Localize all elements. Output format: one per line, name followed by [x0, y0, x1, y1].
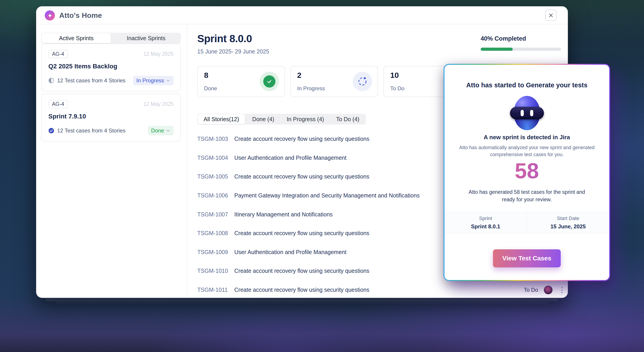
start-date-label: Start Date: [557, 215, 579, 221]
stat-value: 2: [297, 71, 302, 80]
done-check-icon: [260, 72, 279, 91]
story-title: Create account recovery flow using secur…: [234, 287, 524, 293]
stat-label: In Progress: [297, 85, 325, 92]
chevron-down-icon: [166, 128, 170, 133]
count-description: Atto has generated 58 test cases for the…: [464, 188, 590, 203]
assignee-avatar[interactable]: [544, 286, 552, 294]
sprint-card-title: Q2 2025 Items Backlog: [48, 63, 174, 70]
stat-card-in-progress: 2 In Progress: [290, 66, 378, 97]
story-id: TSGM-1008: [197, 230, 234, 236]
tab-done-stories[interactable]: Done (4): [246, 114, 281, 125]
story-row[interactable]: TSGM-1011 Create account recovery flow u…: [197, 280, 568, 298]
stat-value: 8: [204, 71, 208, 80]
atto-robot-mascot: [510, 96, 544, 130]
story-id: TSGM-1003: [197, 136, 234, 142]
sprint-date: 12 May 2025: [144, 101, 174, 107]
story-id: TSGM-1005: [197, 173, 234, 180]
screenshot-root: Atto's Home Active Sprints Inactive Spri…: [0, 0, 644, 352]
chevron-down-icon: [166, 78, 170, 83]
sprint-card-title: Sprint 7.9.10: [48, 113, 174, 120]
sprint-key-badge: AG-4: [48, 50, 68, 58]
modal-description: Atto has automatically analyzed your new…: [457, 144, 596, 158]
start-date-col: Start Date 15 June, 2025: [527, 212, 609, 233]
pie-chart-icon: [48, 78, 54, 83]
modal-body: Atto has started to Generate your tests …: [444, 65, 609, 280]
story-filter-tabs: All Stories(12) Done (4) In Progress (4)…: [197, 114, 366, 125]
refresh-icon: [353, 72, 372, 91]
tab-all-stories[interactable]: All Stories(12): [198, 114, 245, 124]
sprint-title: Sprint 8.0.0: [197, 32, 252, 45]
stat-value: 10: [390, 71, 399, 80]
progress-bar: [481, 48, 561, 51]
story-id: TSGM-1007: [197, 211, 234, 218]
sprint-progress: 40% Completed: [481, 35, 561, 51]
more-options-icon[interactable]: ⋮: [558, 286, 566, 294]
sidebar-divider: [187, 24, 187, 298]
story-id: TSGM-1010: [197, 268, 234, 274]
generated-test-count: 58: [444, 160, 609, 182]
modal-title: Atto has started to Generate your tests: [444, 81, 609, 89]
status-dropdown-done[interactable]: Done: [148, 126, 174, 135]
tab-active-sprints[interactable]: Active Sprints: [42, 33, 111, 43]
progress-bar-fill: [481, 48, 513, 51]
tab-inactive-sprints[interactable]: Inactive Sprints: [112, 33, 181, 43]
modal-subtitle: A new sprint is detected in Jira: [444, 134, 609, 141]
status-label: Done: [151, 128, 164, 134]
story-status: To Do: [524, 287, 538, 293]
check-circle-icon: [48, 128, 54, 134]
stacked-sheet-front: [46, 298, 558, 301]
robot-visor: [510, 107, 544, 119]
status-dropdown-in-progress[interactable]: In Progress: [133, 76, 174, 85]
sprint-date: 12 May 2025: [144, 51, 174, 57]
sprint-info-box: Sprint Sprint 8.0.1 Start Date 15 June, …: [444, 212, 609, 233]
sprint-value: Sprint 8.0.1: [471, 223, 500, 230]
story-id: TSGM-1006: [197, 192, 234, 199]
story-row-controls: To Do ⋮: [524, 286, 568, 294]
story-id: TSGM-1011: [197, 287, 234, 293]
atto-logo-icon: [45, 10, 55, 20]
stat-label: To Do: [390, 85, 404, 92]
stat-card-done: 8 Done: [197, 66, 285, 97]
sprint-info-col: Sprint Sprint 8.0.1: [444, 212, 527, 233]
view-test-cases-button[interactable]: View Test Cases: [493, 249, 561, 267]
stacked-sheet-back: [56, 301, 548, 304]
sprint-card-7-9-10[interactable]: AG-4 12 May 2025 Sprint 7.9.10 12 Test c…: [41, 94, 181, 142]
atto-generate-modal: Atto has started to Generate your tests …: [444, 64, 610, 281]
sprint-meta: 12 Test cases from 4 Stories: [57, 77, 130, 84]
stat-label: Done: [204, 85, 217, 92]
sprint-key-badge: AG-4: [48, 100, 68, 108]
window-title: Atto's Home: [59, 6, 102, 24]
sprint-date-range: 15 June 2025- 29 June 2025: [197, 48, 269, 55]
tab-in-progress-stories[interactable]: In Progress (4): [281, 114, 330, 125]
story-id: TSGM-1004: [197, 155, 234, 161]
robot-eye: [530, 110, 533, 116]
sprint-card-q2-backlog[interactable]: AG-4 12 May 2025 Q2 2025 Items Backlog 1…: [41, 43, 181, 91]
sprint-filter-tabs: Active Sprints Inactive Sprints: [41, 33, 181, 43]
tab-to-do-stories[interactable]: To Do (4): [330, 114, 366, 125]
status-label: In Progress: [136, 77, 164, 84]
sprints-sidebar: Active Sprints Inactive Sprints AG-4 12 …: [41, 33, 181, 142]
sparkle-icon: [47, 13, 53, 18]
progress-label: 40% Completed: [481, 35, 561, 42]
robot-eye: [520, 110, 524, 116]
start-date-value: 15 June, 2025: [550, 223, 586, 230]
sprint-stats: 8 Done 2 In Progress: [197, 66, 471, 97]
sprint-label: Sprint: [479, 215, 492, 221]
sprint-meta: 12 Test cases from 4 Stories: [57, 128, 145, 134]
story-id: TSGM-1009: [197, 249, 234, 255]
